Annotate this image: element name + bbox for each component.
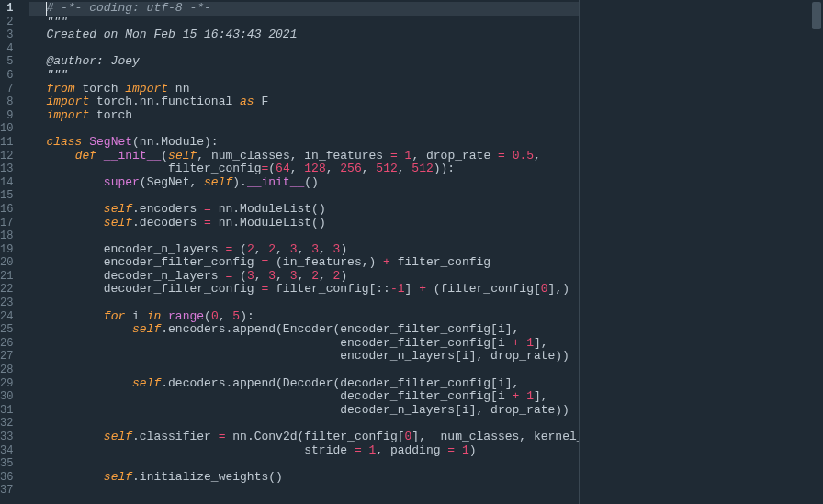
line-number: 27 (0, 350, 13, 364)
line-number: 17 (0, 217, 13, 230)
line-number: 20 (0, 256, 13, 270)
line-number: 34 (0, 444, 13, 458)
code-line[interactable]: self.encoders.append(Encoder(encoder_fil… (46, 323, 648, 337)
line-number: 23 (0, 297, 13, 310)
code-line[interactable]: decoder_n_layers[i], drop_rate)) (46, 404, 648, 418)
line-number: 18 (0, 230, 13, 243)
line-number: 22 (0, 283, 13, 297)
code-line[interactable]: def __init__(self, num_classes, in_featu… (46, 150, 648, 163)
code-line[interactable] (46, 364, 648, 377)
code-line[interactable] (46, 417, 648, 431)
code-line[interactable]: for i in range(0, 5): (46, 310, 648, 324)
code-line[interactable] (46, 189, 648, 203)
code-line[interactable]: decoder_filter_config[i + 1], (46, 390, 648, 404)
code-line[interactable]: class SegNet(nn.Module): (46, 136, 648, 150)
line-number: 13 (0, 162, 13, 176)
line-number: 14 (0, 176, 13, 190)
code-line[interactable]: import torch (46, 109, 648, 123)
line-number: 30 (0, 390, 13, 404)
right-side-panel (579, 0, 823, 504)
code-line[interactable] (46, 42, 648, 56)
code-line[interactable]: encoder_filter_config[i + 1], (46, 337, 648, 351)
code-line[interactable] (46, 297, 648, 310)
line-number: 26 (0, 337, 13, 351)
code-line[interactable]: self.initialize_weights() (46, 471, 648, 485)
code-area[interactable]: # -*- coding: utf-8 -*-"""Created on Mon… (29, 0, 648, 504)
code-line[interactable]: from torch import nn (46, 83, 648, 96)
code-line[interactable]: self.decoders.append(Decoder(decoder_fil… (46, 377, 648, 391)
code-line[interactable]: # -*- coding: utf-8 -*- (29, 2, 648, 16)
line-number: 8 (0, 95, 13, 109)
line-number: 15 (0, 189, 13, 203)
line-number: 6 (0, 69, 13, 83)
line-number: 9 (0, 109, 13, 123)
code-line[interactable]: encoder_filter_config = (in_features,) +… (46, 256, 648, 270)
code-line[interactable]: decoder_n_layers = (3, 3, 3, 2, 2) (46, 270, 648, 284)
line-number: 7 (0, 83, 13, 96)
line-number: 28 (0, 364, 13, 377)
code-line[interactable] (46, 122, 648, 136)
line-number: 32 (0, 417, 13, 431)
code-line[interactable] (46, 457, 648, 471)
code-line[interactable]: encoder_n_layers[i], drop_rate)) (46, 350, 648, 364)
line-number: 2 (0, 16, 13, 29)
code-editor[interactable]: 1234567891011121314151617181920212223242… (0, 0, 579, 504)
line-number: 29 (0, 377, 13, 391)
line-number: 5 (0, 55, 13, 69)
line-number: 25 (0, 323, 13, 337)
line-number: 24 (0, 310, 13, 324)
line-number: 21 (0, 270, 13, 284)
line-number: 4 (0, 42, 13, 56)
code-line[interactable]: self.decoders = nn.ModuleList() (46, 217, 648, 230)
text-cursor (46, 2, 47, 16)
line-number: 31 (0, 404, 13, 418)
line-number: 37 (0, 484, 13, 498)
code-line[interactable] (46, 484, 648, 498)
code-line[interactable]: @author: Joey (46, 55, 648, 69)
code-line[interactable]: """ (46, 16, 648, 29)
line-number: 36 (0, 471, 13, 485)
code-line[interactable]: self.encoders = nn.ModuleList() (46, 203, 648, 217)
code-line[interactable]: stride = 1, padding = 1) (46, 444, 648, 458)
code-line[interactable]: self.classifier = nn.Conv2d(filter_confi… (46, 431, 648, 444)
line-number: 11 (0, 136, 13, 150)
code-line[interactable]: filter_config=(64, 128, 256, 512, 512)): (46, 162, 648, 176)
code-line[interactable]: import torch.nn.functional as F (46, 95, 648, 109)
line-number: 3 (0, 28, 13, 42)
code-line[interactable]: decoder_filter_config = filter_config[::… (46, 283, 648, 297)
line-number: 19 (0, 243, 13, 257)
line-number-gutter: 1234567891011121314151617181920212223242… (0, 0, 29, 504)
code-line[interactable]: super(SegNet, self).__init__() (46, 176, 648, 190)
line-number: 35 (0, 457, 13, 471)
line-number: 33 (0, 431, 13, 444)
line-number: 1 (0, 2, 13, 16)
code-line[interactable] (46, 230, 648, 243)
line-number: 10 (0, 122, 13, 136)
code-line[interactable]: encoder_n_layers = (2, 2, 3, 3, 3) (46, 243, 648, 257)
line-number: 16 (0, 203, 13, 217)
code-line[interactable]: """ (46, 69, 648, 83)
line-number: 12 (0, 150, 13, 163)
scrollbar-thumb[interactable] (812, 2, 821, 29)
code-line[interactable]: Created on Mon Feb 15 16:43:43 2021 (46, 28, 648, 42)
